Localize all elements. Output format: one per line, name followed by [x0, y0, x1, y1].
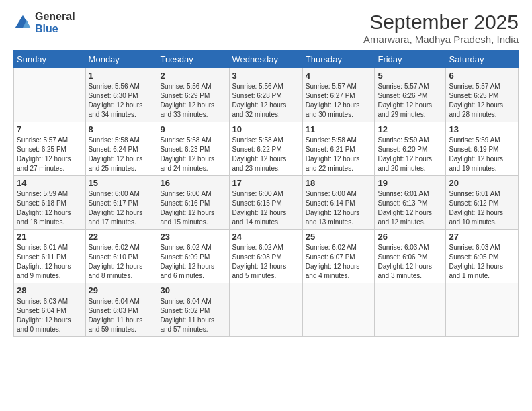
- day-number: 12: [378, 124, 443, 134]
- day-info: Sunrise: 6:03 AM Sunset: 6:04 PM Dayligh…: [17, 297, 83, 334]
- calendar-day-cell: 8Sunrise: 5:58 AM Sunset: 6:24 PM Daylig…: [85, 122, 157, 176]
- day-info: Sunrise: 5:57 AM Sunset: 6:27 PM Dayligh…: [306, 82, 372, 120]
- day-info: Sunrise: 6:04 AM Sunset: 6:03 PM Dayligh…: [89, 297, 154, 334]
- day-number: 10: [232, 124, 300, 134]
- day-number: 6: [449, 71, 515, 81]
- day-info: Sunrise: 6:02 AM Sunset: 6:07 PM Dayligh…: [306, 243, 372, 281]
- weekday-header-sunday: Sunday: [14, 51, 86, 68]
- day-number: 22: [89, 232, 154, 242]
- calendar-day-cell: 17Sunrise: 6:00 AM Sunset: 6:15 PM Dayli…: [229, 176, 302, 230]
- calendar-day-cell: [375, 283, 446, 337]
- day-info: Sunrise: 6:02 AM Sunset: 6:09 PM Dayligh…: [160, 243, 226, 281]
- day-info: Sunrise: 6:02 AM Sunset: 6:08 PM Dayligh…: [232, 243, 300, 281]
- logo-text: General Blue: [35, 11, 75, 35]
- page: General Blue September 2025 Amarwara, Ma…: [0, 0, 532, 411]
- title-area: September 2025 Amarwara, Madhya Pradesh,…: [363, 11, 519, 45]
- calendar-week-row: 1Sunrise: 5:56 AM Sunset: 6:30 PM Daylig…: [14, 68, 519, 122]
- day-number: 1: [89, 71, 154, 81]
- calendar-day-cell: 16Sunrise: 6:00 AM Sunset: 6:16 PM Dayli…: [157, 176, 229, 230]
- calendar-day-cell: 21Sunrise: 6:01 AM Sunset: 6:11 PM Dayli…: [14, 230, 86, 283]
- day-number: 23: [160, 232, 226, 242]
- day-number: 5: [378, 71, 443, 81]
- day-info: Sunrise: 5:57 AM Sunset: 6:25 PM Dayligh…: [17, 136, 83, 173]
- day-number: 20: [449, 178, 515, 188]
- calendar-day-cell: 9Sunrise: 5:58 AM Sunset: 6:23 PM Daylig…: [157, 122, 229, 176]
- day-info: Sunrise: 5:59 AM Sunset: 6:19 PM Dayligh…: [449, 136, 515, 173]
- calendar-day-cell: 19Sunrise: 6:01 AM Sunset: 6:13 PM Dayli…: [375, 176, 446, 230]
- day-info: Sunrise: 5:56 AM Sunset: 6:29 PM Dayligh…: [160, 82, 226, 120]
- day-number: 26: [378, 232, 443, 242]
- day-info: Sunrise: 5:56 AM Sunset: 6:30 PM Dayligh…: [89, 82, 154, 120]
- day-info: Sunrise: 5:58 AM Sunset: 6:23 PM Dayligh…: [160, 136, 226, 173]
- day-number: 9: [160, 124, 226, 134]
- header: General Blue September 2025 Amarwara, Ma…: [13, 11, 519, 45]
- calendar-week-row: 7Sunrise: 5:57 AM Sunset: 6:25 PM Daylig…: [14, 122, 519, 176]
- calendar-week-row: 21Sunrise: 6:01 AM Sunset: 6:11 PM Dayli…: [14, 230, 519, 283]
- day-number: 30: [160, 285, 226, 295]
- calendar-day-cell: 29Sunrise: 6:04 AM Sunset: 6:03 PM Dayli…: [85, 283, 157, 337]
- calendar-title: September 2025: [363, 11, 519, 34]
- calendar-day-cell: 1Sunrise: 5:56 AM Sunset: 6:30 PM Daylig…: [85, 68, 157, 122]
- day-info: Sunrise: 5:56 AM Sunset: 6:28 PM Dayligh…: [232, 82, 300, 120]
- day-info: Sunrise: 5:58 AM Sunset: 6:22 PM Dayligh…: [232, 136, 300, 173]
- calendar-day-cell: 28Sunrise: 6:03 AM Sunset: 6:04 PM Dayli…: [14, 283, 86, 337]
- calendar-day-cell: 23Sunrise: 6:02 AM Sunset: 6:09 PM Dayli…: [157, 230, 229, 283]
- day-info: Sunrise: 6:01 AM Sunset: 6:12 PM Dayligh…: [449, 189, 515, 227]
- day-number: 15: [89, 178, 154, 188]
- day-info: Sunrise: 6:03 AM Sunset: 6:05 PM Dayligh…: [449, 243, 515, 281]
- calendar-day-cell: 18Sunrise: 6:00 AM Sunset: 6:14 PM Dayli…: [302, 176, 375, 230]
- day-info: Sunrise: 6:04 AM Sunset: 6:02 PM Dayligh…: [160, 297, 226, 334]
- calendar-day-cell: 7Sunrise: 5:57 AM Sunset: 6:25 PM Daylig…: [14, 122, 86, 176]
- calendar-day-cell: 24Sunrise: 6:02 AM Sunset: 6:08 PM Dayli…: [229, 230, 302, 283]
- day-info: Sunrise: 6:01 AM Sunset: 6:11 PM Dayligh…: [17, 243, 83, 281]
- calendar-day-cell: 5Sunrise: 5:57 AM Sunset: 6:26 PM Daylig…: [375, 68, 446, 122]
- calendar-day-cell: 22Sunrise: 6:02 AM Sunset: 6:10 PM Dayli…: [85, 230, 157, 283]
- weekday-header-saturday: Saturday: [446, 51, 519, 68]
- calendar-day-cell: 4Sunrise: 5:57 AM Sunset: 6:27 PM Daylig…: [302, 68, 375, 122]
- calendar-day-cell: 15Sunrise: 6:00 AM Sunset: 6:17 PM Dayli…: [85, 176, 157, 230]
- day-number: 2: [160, 71, 226, 81]
- weekday-header-tuesday: Tuesday: [157, 51, 229, 68]
- day-info: Sunrise: 5:59 AM Sunset: 6:18 PM Dayligh…: [17, 189, 83, 227]
- calendar-day-cell: 30Sunrise: 6:04 AM Sunset: 6:02 PM Dayli…: [157, 283, 229, 337]
- day-number: 16: [160, 178, 226, 188]
- weekday-header-monday: Monday: [85, 51, 157, 68]
- day-number: 29: [89, 285, 154, 295]
- day-number: 27: [449, 232, 515, 242]
- calendar-day-cell: 12Sunrise: 5:59 AM Sunset: 6:20 PM Dayli…: [375, 122, 446, 176]
- day-info: Sunrise: 6:03 AM Sunset: 6:06 PM Dayligh…: [378, 243, 443, 281]
- calendar-day-cell: 20Sunrise: 6:01 AM Sunset: 6:12 PM Dayli…: [446, 176, 519, 230]
- day-info: Sunrise: 6:01 AM Sunset: 6:13 PM Dayligh…: [378, 189, 443, 227]
- day-number: 21: [17, 232, 83, 242]
- day-number: 28: [17, 285, 83, 295]
- weekday-header-friday: Friday: [375, 51, 446, 68]
- calendar-day-cell: 13Sunrise: 5:59 AM Sunset: 6:19 PM Dayli…: [446, 122, 519, 176]
- calendar-week-row: 28Sunrise: 6:03 AM Sunset: 6:04 PM Dayli…: [14, 283, 519, 337]
- calendar-day-cell: 25Sunrise: 6:02 AM Sunset: 6:07 PM Dayli…: [302, 230, 375, 283]
- weekday-header-wednesday: Wednesday: [229, 51, 302, 68]
- day-number: 3: [232, 71, 300, 81]
- weekday-header-thursday: Thursday: [302, 51, 375, 68]
- day-info: Sunrise: 6:00 AM Sunset: 6:17 PM Dayligh…: [89, 189, 154, 227]
- calendar-day-cell: [14, 68, 86, 122]
- day-info: Sunrise: 6:02 AM Sunset: 6:10 PM Dayligh…: [89, 243, 154, 281]
- day-number: 13: [449, 124, 515, 134]
- day-number: 17: [232, 178, 300, 188]
- calendar-day-cell: [229, 283, 302, 337]
- day-number: 8: [89, 124, 154, 134]
- day-info: Sunrise: 6:00 AM Sunset: 6:15 PM Dayligh…: [232, 189, 300, 227]
- calendar-day-cell: 27Sunrise: 6:03 AM Sunset: 6:05 PM Dayli…: [446, 230, 519, 283]
- day-info: Sunrise: 6:00 AM Sunset: 6:14 PM Dayligh…: [306, 189, 372, 227]
- day-info: Sunrise: 5:57 AM Sunset: 6:26 PM Dayligh…: [378, 82, 443, 120]
- day-number: 4: [306, 71, 372, 81]
- weekday-header-row: SundayMondayTuesdayWednesdayThursdayFrid…: [14, 51, 519, 68]
- calendar-day-cell: 6Sunrise: 5:57 AM Sunset: 6:25 PM Daylig…: [446, 68, 519, 122]
- day-number: 7: [17, 124, 83, 134]
- calendar-day-cell: 26Sunrise: 6:03 AM Sunset: 6:06 PM Dayli…: [375, 230, 446, 283]
- calendar-subtitle: Amarwara, Madhya Pradesh, India: [363, 34, 519, 45]
- calendar-week-row: 14Sunrise: 5:59 AM Sunset: 6:18 PM Dayli…: [14, 176, 519, 230]
- calendar-table: SundayMondayTuesdayWednesdayThursdayFrid…: [13, 50, 519, 337]
- calendar-day-cell: [302, 283, 375, 337]
- logo: General Blue: [13, 11, 75, 35]
- day-info: Sunrise: 5:57 AM Sunset: 6:25 PM Dayligh…: [449, 82, 515, 120]
